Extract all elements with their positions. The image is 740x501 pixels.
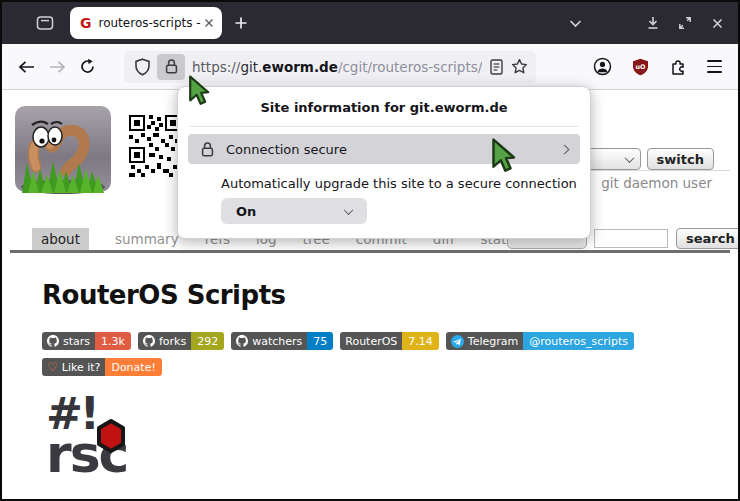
url-subdomain: git. xyxy=(240,59,262,75)
browser-window: G routeros-scripts - RouterOS xyxy=(0,0,740,501)
routeros-badge[interactable]: RouterOS 7.14 xyxy=(340,332,439,350)
badge-value: 75 xyxy=(307,332,333,350)
badge-label: Telegram xyxy=(468,335,518,348)
cgit-favicon-icon: G xyxy=(80,15,92,31)
eworm-logo xyxy=(14,105,112,201)
tab-about[interactable]: about xyxy=(32,228,89,250)
heart-icon: ♡ xyxy=(47,361,58,373)
chevron-down-icon xyxy=(344,205,354,215)
badge-value: 7.14 xyxy=(402,332,439,350)
stars-badge[interactable]: stars 1.3k xyxy=(42,332,131,350)
minimize-window-icon[interactable] xyxy=(640,10,666,36)
badge-value: 1.3k xyxy=(95,332,131,350)
list-all-tabs-icon[interactable] xyxy=(562,10,588,36)
url-text: https://git.eworm.de/cgit/routeros-scrip… xyxy=(192,59,482,75)
forks-badge[interactable]: forks 292 xyxy=(138,332,224,350)
telegram-badge[interactable]: Telegram @routeros_scripts xyxy=(446,332,634,350)
badge-label: RouterOS xyxy=(345,335,397,348)
forward-icon[interactable] xyxy=(42,52,72,82)
search-input[interactable] xyxy=(594,229,668,248)
lock-icon xyxy=(200,141,215,158)
browser-tab[interactable]: G routeros-scripts - RouterOS xyxy=(70,7,222,39)
badge-label: stars xyxy=(63,335,90,348)
tab-summary[interactable]: summary xyxy=(115,231,179,247)
git-daemon-user-text: git daemon user xyxy=(601,175,712,191)
telegram-icon xyxy=(451,335,464,348)
donate-badge-row: ♡Like it? Donate! xyxy=(42,358,162,376)
logo-hexagon-icon xyxy=(94,418,128,458)
url-path: /cgit/routeros-scripts/ab xyxy=(338,59,482,75)
donate-badge[interactable]: ♡Like it? Donate! xyxy=(42,358,162,376)
tab-title: routeros-scripts - RouterOS xyxy=(99,16,203,30)
switch-button[interactable]: switch xyxy=(647,148,714,170)
badge-label: watchers xyxy=(252,335,302,348)
https-upgrade-label: Automatically upgrade this site to a sec… xyxy=(221,176,590,191)
url-protocol: https:// xyxy=(192,59,240,75)
tab-bar: G routeros-scripts - RouterOS xyxy=(2,2,738,44)
maximize-window-icon[interactable] xyxy=(672,10,698,36)
account-icon[interactable] xyxy=(593,57,612,76)
popup-title: Site information for git.eworm.de xyxy=(178,100,590,115)
routeros-scripts-logo: #! rsc xyxy=(46,396,156,476)
https-upgrade-select[interactable]: On xyxy=(221,198,367,224)
page-title: RouterOS Scripts xyxy=(42,280,286,310)
badge-value: 292 xyxy=(191,332,224,350)
badge-value: Donate! xyxy=(105,358,161,376)
ublock-origin-icon[interactable]: uO xyxy=(632,58,649,76)
tabstrip-border xyxy=(10,250,730,253)
mouse-cursor xyxy=(188,75,210,110)
connection-secure-row[interactable]: Connection secure xyxy=(188,134,580,164)
close-tab-icon[interactable] xyxy=(204,18,214,28)
menu-hamburger-icon[interactable] xyxy=(707,60,722,72)
badge-label: Like it? xyxy=(62,361,101,374)
mouse-cursor xyxy=(491,138,516,177)
github-icon xyxy=(143,335,155,347)
site-information-popup: Site information for git.eworm.de Connec… xyxy=(177,86,591,239)
tracking-protection-shield-icon[interactable] xyxy=(134,58,151,76)
reader-mode-icon[interactable] xyxy=(490,59,503,75)
badge-label: forks xyxy=(159,335,186,348)
watchers-badge[interactable]: watchers 75 xyxy=(231,332,333,350)
bookmark-star-icon[interactable] xyxy=(511,58,528,75)
url-domain: eworm.de xyxy=(262,59,338,75)
svg-text:uO: uO xyxy=(636,62,647,70)
url-bar[interactable]: https://git.eworm.de/cgit/routeros-scrip… xyxy=(124,51,536,83)
badge-row: stars 1.3k forks 292 watchers 75 RouterO… xyxy=(42,332,634,350)
reload-icon[interactable] xyxy=(72,52,102,82)
back-icon[interactable] xyxy=(12,52,42,82)
search-button[interactable]: search xyxy=(676,228,740,249)
site-info-lock-icon[interactable] xyxy=(157,54,185,80)
popup-divider xyxy=(190,126,578,127)
navigation-toolbar: https://git.eworm.de/cgit/routeros-scrip… xyxy=(2,44,738,90)
chevron-right-icon xyxy=(560,144,570,154)
firefox-view-icon[interactable] xyxy=(36,15,54,31)
github-icon xyxy=(47,335,59,347)
close-window-icon[interactable] xyxy=(704,10,730,36)
qr-code xyxy=(129,115,181,181)
badge-value: @routeros_scripts xyxy=(523,332,634,350)
github-icon xyxy=(236,335,248,347)
new-tab-button[interactable] xyxy=(234,16,248,30)
https-upgrade-value: On xyxy=(236,204,256,219)
extensions-puzzle-icon[interactable] xyxy=(669,58,687,76)
connection-secure-label: Connection secure xyxy=(226,142,347,157)
